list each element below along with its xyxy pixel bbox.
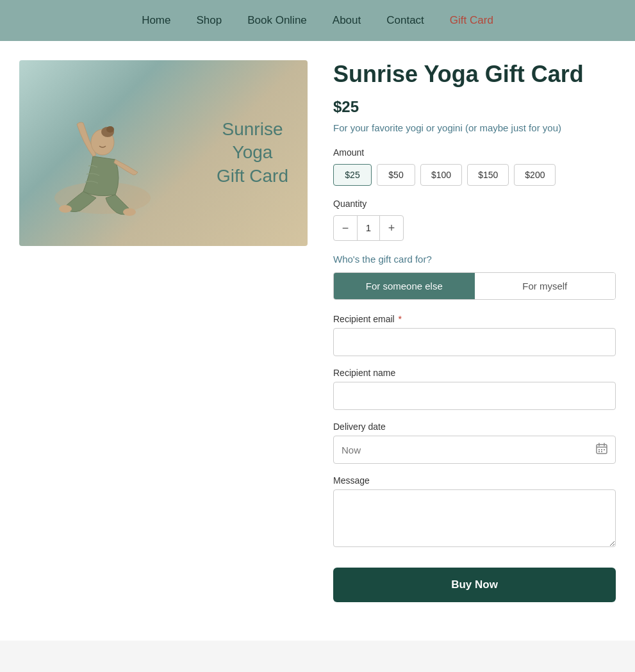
product-subtitle: For your favorite yogi or yogini (or may… <box>333 122 616 133</box>
recipient-email-field: Recipient email * <box>333 314 616 356</box>
image-text-overlay: Sunrise Yoga Gift Card <box>217 118 288 188</box>
product-price: $25 <box>333 98 616 116</box>
quantity-label: Quantity <box>333 199 616 209</box>
message-field: Message <box>333 475 616 550</box>
amount-btn-100[interactable]: $100 <box>420 164 462 186</box>
quantity-decrease-button[interactable]: − <box>334 216 357 240</box>
message-label: Message <box>333 475 616 486</box>
recipient-email-input[interactable] <box>333 328 616 356</box>
toggle-myself[interactable]: For myself <box>475 273 616 299</box>
amount-btn-50[interactable]: $50 <box>377 164 415 186</box>
yoga-figure-svg <box>32 73 173 246</box>
nav-book-online[interactable]: Book Online <box>247 14 307 27</box>
message-input[interactable] <box>333 489 616 547</box>
recipient-email-label: Recipient email * <box>333 314 616 324</box>
gift-question: Who's the gift card for? <box>333 254 616 265</box>
product-layout: Sunrise Yoga Gift Card Sunrise Yoga Gift… <box>19 60 616 602</box>
nav-about[interactable]: About <box>333 14 361 27</box>
amount-btn-200[interactable]: $200 <box>514 164 556 186</box>
svg-point-5 <box>123 208 136 216</box>
buy-now-button[interactable]: Buy Now <box>333 568 616 602</box>
product-image: Sunrise Yoga Gift Card <box>19 60 308 246</box>
recipient-name-label: Recipient name <box>333 368 616 378</box>
amount-options: $25 $50 $100 $150 $200 <box>333 164 616 186</box>
product-title: Sunrise Yoga Gift Card <box>333 60 616 88</box>
amount-btn-25[interactable]: $25 <box>333 164 372 186</box>
nav-contact[interactable]: Contact <box>386 14 424 27</box>
recipient-name-input[interactable] <box>333 382 616 410</box>
delivery-date-input[interactable] <box>333 436 616 464</box>
delivery-date-label: Delivery date <box>333 422 616 432</box>
date-input-container <box>333 436 616 464</box>
product-details: Sunrise Yoga Gift Card $25 For your favo… <box>333 60 616 602</box>
svg-point-4 <box>59 205 72 213</box>
quantity-increase-button[interactable]: + <box>380 216 403 240</box>
product-image-container: Sunrise Yoga Gift Card <box>19 60 308 246</box>
main-nav: Home Shop Book Online About Contact Gift… <box>0 0 635 41</box>
quantity-value: 1 <box>357 216 380 240</box>
recipient-name-field: Recipient name <box>333 368 616 410</box>
nav-home[interactable]: Home <box>142 14 170 27</box>
quantity-control: − 1 + <box>333 215 404 241</box>
recipient-toggle: For someone else For myself <box>333 272 616 300</box>
amount-btn-150[interactable]: $150 <box>467 164 509 186</box>
amount-label: Amount <box>333 147 616 158</box>
page-container: Sunrise Yoga Gift Card Sunrise Yoga Gift… <box>0 41 635 641</box>
svg-point-3 <box>106 126 114 133</box>
quantity-section: Quantity − 1 + <box>333 199 616 241</box>
nav-shop[interactable]: Shop <box>196 14 222 27</box>
delivery-date-field: Delivery date <box>333 422 616 464</box>
toggle-someone-else[interactable]: For someone else <box>334 273 475 299</box>
nav-gift-card[interactable]: Gift Card <box>450 14 493 27</box>
required-indicator: * <box>396 314 402 324</box>
